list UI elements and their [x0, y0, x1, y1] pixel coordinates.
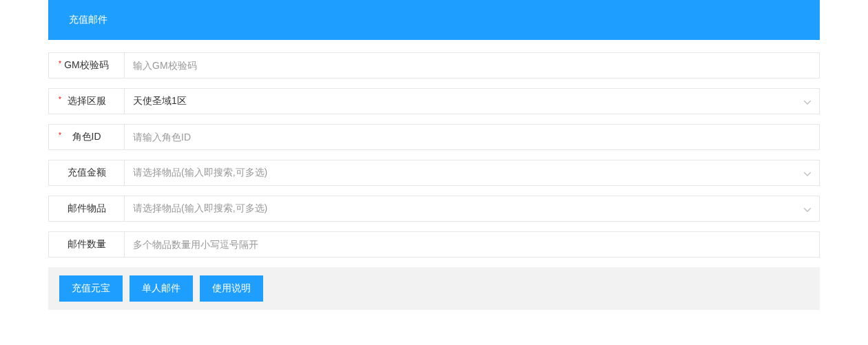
- form-row-gm-code: * GM校验码: [48, 52, 820, 79]
- select-recharge-amount-placeholder: 请选择物品(输入即搜索,可多选): [133, 167, 267, 179]
- label-mail-items: 邮件物品: [48, 196, 124, 222]
- label-text-recharge-amount: 充值金额: [68, 167, 106, 179]
- usage-instructions-button[interactable]: 使用说明: [200, 275, 263, 302]
- required-mark: *: [59, 132, 61, 139]
- select-recharge-amount[interactable]: 请选择物品(输入即搜索,可多选): [124, 160, 820, 186]
- input-gm-code[interactable]: [124, 52, 820, 79]
- input-role-id[interactable]: [124, 124, 820, 150]
- panel-title: 充值邮件: [69, 14, 107, 25]
- select-server-value: 天使圣域1区: [133, 95, 187, 107]
- label-text-mail-items: 邮件物品: [68, 202, 106, 215]
- panel-header: 充值邮件: [48, 0, 820, 40]
- label-text-server: 选择区服: [68, 95, 106, 107]
- label-mail-quantity: 邮件数量: [48, 231, 124, 258]
- label-server: * 选择区服: [48, 88, 124, 114]
- form-row-mail-quantity: 邮件数量: [48, 231, 820, 258]
- button-bar: 充值元宝 单人邮件 使用说明: [48, 267, 820, 310]
- recharge-yuanbao-button[interactable]: 充值元宝: [59, 275, 123, 302]
- select-mail-items-placeholder: 请选择物品(输入即搜索,可多选): [133, 202, 267, 215]
- label-text-gm-code: GM校验码: [64, 59, 109, 72]
- form-row-recharge-amount: 充值金额 请选择物品(输入即搜索,可多选): [48, 160, 820, 186]
- select-mail-items[interactable]: 请选择物品(输入即搜索,可多选): [124, 196, 820, 222]
- label-recharge-amount: 充值金额: [48, 160, 124, 186]
- label-role-id: * 角色ID: [48, 124, 124, 150]
- form-row-mail-items: 邮件物品 请选择物品(输入即搜索,可多选): [48, 196, 820, 222]
- label-gm-code: * GM校验码: [48, 52, 124, 79]
- single-mail-button[interactable]: 单人邮件: [130, 275, 193, 302]
- input-mail-quantity[interactable]: [124, 231, 820, 258]
- required-mark: *: [59, 60, 61, 67]
- form-row-server: * 选择区服 天使圣域1区: [48, 88, 820, 114]
- chevron-down-icon: [804, 96, 811, 107]
- form-row-role-id: * 角色ID: [48, 124, 820, 150]
- label-text-role-id: 角色ID: [72, 131, 101, 143]
- label-text-mail-quantity: 邮件数量: [68, 238, 106, 251]
- chevron-down-icon: [804, 167, 811, 178]
- required-mark: *: [59, 96, 61, 103]
- select-server[interactable]: 天使圣域1区: [124, 88, 820, 114]
- chevron-down-icon: [804, 203, 811, 214]
